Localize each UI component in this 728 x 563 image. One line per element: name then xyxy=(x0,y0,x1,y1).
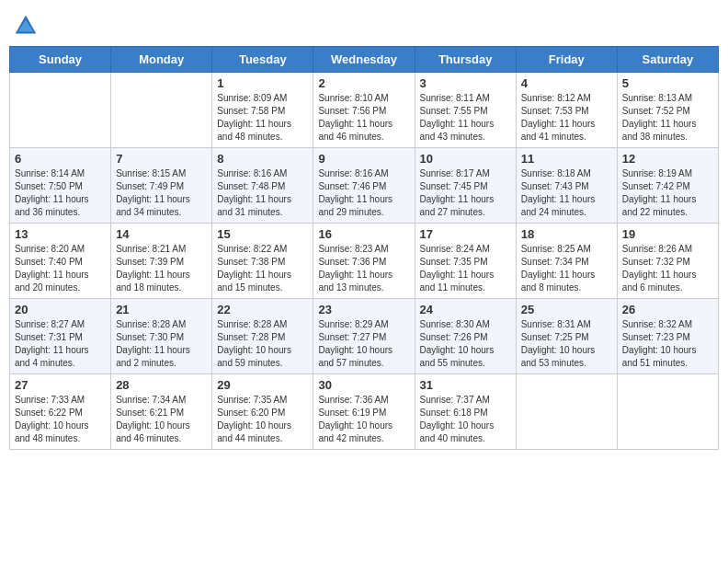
calendar-cell: 18Sunrise: 8:25 AM Sunset: 7:34 PM Dayli… xyxy=(516,224,617,299)
cell-content: Sunrise: 8:18 AM Sunset: 7:43 PM Dayligh… xyxy=(521,167,612,219)
cell-content: Sunrise: 8:11 AM Sunset: 7:55 PM Dayligh… xyxy=(420,92,511,144)
day-of-week-header: Sunday xyxy=(10,47,111,73)
cell-content: Sunrise: 8:16 AM Sunset: 7:46 PM Dayligh… xyxy=(318,167,409,219)
day-number: 16 xyxy=(318,227,409,241)
day-of-week-header: Wednesday xyxy=(313,47,415,73)
day-number: 3 xyxy=(420,76,511,90)
day-number: 27 xyxy=(15,378,106,392)
day-number: 22 xyxy=(217,303,308,316)
day-number: 2 xyxy=(318,76,409,90)
cell-content: Sunrise: 7:33 AM Sunset: 6:22 PM Dayligh… xyxy=(15,394,106,445)
cell-content: Sunrise: 7:35 AM Sunset: 6:20 PM Dayligh… xyxy=(217,394,308,445)
day-number: 1 xyxy=(217,76,308,90)
logo-icon xyxy=(13,13,39,39)
cell-content: Sunrise: 8:30 AM Sunset: 7:26 PM Dayligh… xyxy=(420,318,511,370)
day-number: 8 xyxy=(217,152,308,166)
cell-content: Sunrise: 8:13 AM Sunset: 7:52 PM Dayligh… xyxy=(622,92,713,144)
cell-content: Sunrise: 8:28 AM Sunset: 7:28 PM Dayligh… xyxy=(217,318,308,370)
calendar-cell: 3Sunrise: 8:11 AM Sunset: 7:55 PM Daylig… xyxy=(415,73,516,148)
day-number: 15 xyxy=(217,227,308,241)
day-number: 17 xyxy=(420,227,511,241)
calendar-cell: 8Sunrise: 8:16 AM Sunset: 7:48 PM Daylig… xyxy=(212,148,313,224)
page-header xyxy=(9,9,719,39)
cell-content: Sunrise: 7:36 AM Sunset: 6:19 PM Dayligh… xyxy=(318,394,409,445)
day-of-week-header: Friday xyxy=(516,47,617,73)
calendar-cell: 29Sunrise: 7:35 AM Sunset: 6:20 PM Dayli… xyxy=(212,374,313,450)
day-number: 26 xyxy=(622,303,713,316)
calendar-cell xyxy=(10,73,111,148)
day-number: 11 xyxy=(521,152,612,166)
calendar-cell: 14Sunrise: 8:21 AM Sunset: 7:39 PM Dayli… xyxy=(111,224,212,299)
calendar-cell: 20Sunrise: 8:27 AM Sunset: 7:31 PM Dayli… xyxy=(10,299,111,374)
calendar-cell: 24Sunrise: 8:30 AM Sunset: 7:26 PM Dayli… xyxy=(415,299,516,374)
day-number: 21 xyxy=(116,303,207,316)
cell-content: Sunrise: 8:17 AM Sunset: 7:45 PM Dayligh… xyxy=(420,167,511,219)
calendar-cell: 21Sunrise: 8:28 AM Sunset: 7:30 PM Dayli… xyxy=(111,299,212,374)
cell-content: Sunrise: 8:09 AM Sunset: 7:58 PM Dayligh… xyxy=(217,92,308,144)
calendar-cell: 27Sunrise: 7:33 AM Sunset: 6:22 PM Dayli… xyxy=(10,374,111,450)
cell-content: Sunrise: 8:31 AM Sunset: 7:25 PM Dayligh… xyxy=(521,318,612,370)
calendar-cell: 23Sunrise: 8:29 AM Sunset: 7:27 PM Dayli… xyxy=(313,299,415,374)
calendar-cell: 25Sunrise: 8:31 AM Sunset: 7:25 PM Dayli… xyxy=(516,299,617,374)
day-number: 23 xyxy=(318,303,409,316)
day-number: 30 xyxy=(318,378,409,392)
cell-content: Sunrise: 8:27 AM Sunset: 7:31 PM Dayligh… xyxy=(15,318,106,370)
calendar-cell xyxy=(617,374,718,450)
day-number: 28 xyxy=(116,378,207,392)
day-number: 14 xyxy=(116,227,207,241)
cell-content: Sunrise: 8:25 AM Sunset: 7:34 PM Dayligh… xyxy=(521,243,612,294)
cell-content: Sunrise: 8:10 AM Sunset: 7:56 PM Dayligh… xyxy=(318,92,409,144)
calendar-cell: 9Sunrise: 8:16 AM Sunset: 7:46 PM Daylig… xyxy=(313,148,415,224)
calendar-cell: 28Sunrise: 7:34 AM Sunset: 6:21 PM Dayli… xyxy=(111,374,212,450)
day-number: 12 xyxy=(622,152,713,166)
cell-content: Sunrise: 8:21 AM Sunset: 7:39 PM Dayligh… xyxy=(116,243,207,294)
cell-content: Sunrise: 8:26 AM Sunset: 7:32 PM Dayligh… xyxy=(622,243,713,294)
calendar-table: SundayMondayTuesdayWednesdayThursdayFrid… xyxy=(9,46,719,450)
calendar-cell: 10Sunrise: 8:17 AM Sunset: 7:45 PM Dayli… xyxy=(415,148,516,224)
day-of-week-header: Thursday xyxy=(415,47,516,73)
cell-content: Sunrise: 8:28 AM Sunset: 7:30 PM Dayligh… xyxy=(116,318,207,370)
day-of-week-header: Tuesday xyxy=(212,47,313,73)
calendar-cell: 17Sunrise: 8:24 AM Sunset: 7:35 PM Dayli… xyxy=(415,224,516,299)
calendar-cell: 5Sunrise: 8:13 AM Sunset: 7:52 PM Daylig… xyxy=(617,73,718,148)
calendar-cell: 22Sunrise: 8:28 AM Sunset: 7:28 PM Dayli… xyxy=(212,299,313,374)
calendar-cell: 15Sunrise: 8:22 AM Sunset: 7:38 PM Dayli… xyxy=(212,224,313,299)
cell-content: Sunrise: 7:34 AM Sunset: 6:21 PM Dayligh… xyxy=(116,394,207,445)
cell-content: Sunrise: 8:16 AM Sunset: 7:48 PM Dayligh… xyxy=(217,167,308,219)
cell-content: Sunrise: 8:23 AM Sunset: 7:36 PM Dayligh… xyxy=(318,243,409,294)
cell-content: Sunrise: 8:19 AM Sunset: 7:42 PM Dayligh… xyxy=(622,167,713,219)
cell-content: Sunrise: 8:22 AM Sunset: 7:38 PM Dayligh… xyxy=(217,243,308,294)
calendar-cell: 26Sunrise: 8:32 AM Sunset: 7:23 PM Dayli… xyxy=(617,299,718,374)
day-number: 20 xyxy=(15,303,106,316)
logo xyxy=(13,13,40,39)
cell-content: Sunrise: 8:15 AM Sunset: 7:49 PM Dayligh… xyxy=(116,167,207,219)
calendar-cell: 6Sunrise: 8:14 AM Sunset: 7:50 PM Daylig… xyxy=(10,148,111,224)
calendar-week-row: 27Sunrise: 7:33 AM Sunset: 6:22 PM Dayli… xyxy=(10,374,719,450)
cell-content: Sunrise: 8:20 AM Sunset: 7:40 PM Dayligh… xyxy=(15,243,106,294)
day-of-week-header: Saturday xyxy=(617,47,718,73)
calendar-cell: 31Sunrise: 7:37 AM Sunset: 6:18 PM Dayli… xyxy=(415,374,516,450)
day-of-week-header: Monday xyxy=(111,47,212,73)
day-number: 24 xyxy=(420,303,511,316)
day-number: 31 xyxy=(420,378,511,392)
day-number: 10 xyxy=(420,152,511,166)
day-number: 6 xyxy=(15,152,106,166)
calendar-cell xyxy=(516,374,617,450)
calendar-cell: 1Sunrise: 8:09 AM Sunset: 7:58 PM Daylig… xyxy=(212,73,313,148)
day-number: 18 xyxy=(521,227,612,241)
calendar-cell xyxy=(111,73,212,148)
day-number: 4 xyxy=(521,76,612,90)
day-number: 9 xyxy=(318,152,409,166)
calendar-cell: 7Sunrise: 8:15 AM Sunset: 7:49 PM Daylig… xyxy=(111,148,212,224)
calendar-week-row: 13Sunrise: 8:20 AM Sunset: 7:40 PM Dayli… xyxy=(10,224,719,299)
cell-content: Sunrise: 8:29 AM Sunset: 7:27 PM Dayligh… xyxy=(318,318,409,370)
calendar-cell: 2Sunrise: 8:10 AM Sunset: 7:56 PM Daylig… xyxy=(313,73,415,148)
calendar-cell: 16Sunrise: 8:23 AM Sunset: 7:36 PM Dayli… xyxy=(313,224,415,299)
calendar-header-row: SundayMondayTuesdayWednesdayThursdayFrid… xyxy=(10,47,719,73)
day-number: 19 xyxy=(622,227,713,241)
cell-content: Sunrise: 8:12 AM Sunset: 7:53 PM Dayligh… xyxy=(521,92,612,144)
day-number: 5 xyxy=(622,76,713,90)
calendar-cell: 12Sunrise: 8:19 AM Sunset: 7:42 PM Dayli… xyxy=(617,148,718,224)
cell-content: Sunrise: 8:14 AM Sunset: 7:50 PM Dayligh… xyxy=(15,167,106,219)
calendar-cell: 30Sunrise: 7:36 AM Sunset: 6:19 PM Dayli… xyxy=(313,374,415,450)
